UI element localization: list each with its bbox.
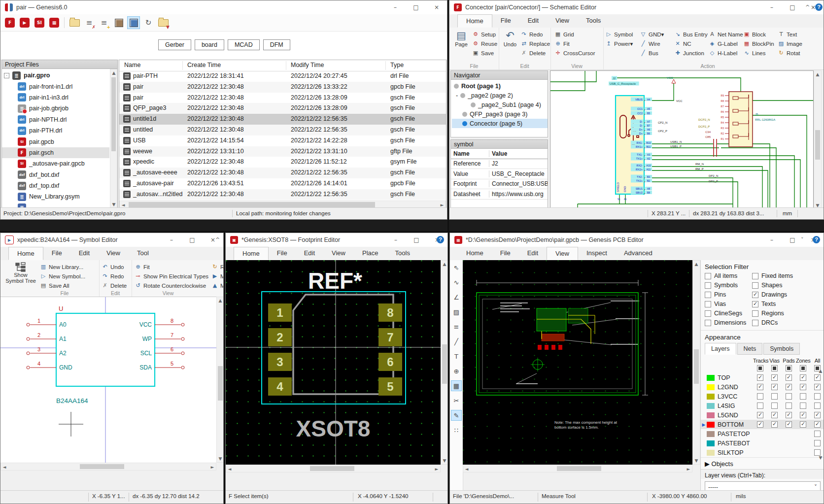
layer-checkbox[interactable] [786, 374, 792, 381]
symbol-canvas[interactable]: U B24AA164 1A02A13A24GND8VCC7WP6SCL5SDA [0, 297, 216, 463]
filter-vias[interactable]: Vias [705, 301, 752, 307]
tab-view[interactable]: View [547, 14, 578, 28]
filter-symbols[interactable]: Symbols [705, 282, 752, 289]
maximize-button[interactable]: □ [182, 233, 203, 247]
tab-edit[interactable]: Edit [519, 247, 547, 260]
minimize-button[interactable]: – [385, 233, 406, 247]
tree-item-pair-gpcb[interactable]: SIpair.gpcb [2, 136, 109, 147]
show-symbol-tree-button[interactable]: Show Symbol Tree [2, 262, 39, 284]
appearance-tab-layers[interactable]: Layers [705, 343, 736, 355]
layer-checkbox[interactable] [771, 393, 778, 400]
layer-row-l3vcc[interactable]: L3VCC [701, 392, 824, 401]
ribbon-collapse-icon[interactable]: ^ [805, 4, 810, 10]
footprint-vscrollbar[interactable]: ▲ ▼ [441, 260, 448, 465]
ribbon-item-fit[interactable]: ⊕Fit [554, 39, 595, 48]
layer-checkbox[interactable] [771, 374, 778, 381]
tree-item-pair-pth-drl[interactable]: drlpair-PTH.drl [2, 125, 109, 136]
layer-color-swatch[interactable] [707, 375, 715, 381]
column-create-time[interactable]: Create Time [187, 62, 221, 68]
filter-dimensions[interactable]: Dimensions [705, 319, 752, 326]
checkbox[interactable] [752, 301, 758, 307]
ribbon-item-show-pin-electrical-types[interactable]: ⊸Show Pin Electrical Types [135, 271, 208, 281]
column-modify-time[interactable]: Modify Time [291, 62, 324, 68]
tree-item-pair-gsch[interactable]: Fpair.gsch [2, 147, 109, 158]
tab-home[interactable]: Home [234, 247, 269, 260]
checkbox[interactable] [752, 310, 758, 317]
filter-drcs[interactable]: DRCs [752, 319, 824, 326]
layer-checkbox[interactable] [800, 403, 806, 409]
minimize-button[interactable]: – [761, 233, 782, 247]
file-row-weewe[interactable]: weewe2022/12/22 13:31:102022/12/22 13:31… [119, 146, 446, 157]
tab-advanced[interactable]: Advanced [616, 247, 661, 260]
checkbox[interactable] [705, 292, 711, 298]
select-tool-icon[interactable]: ⇖ [451, 262, 462, 273]
layer-checkbox[interactable] [786, 421, 792, 428]
ribbon-item-gnd[interactable]: ▽GND▾ [640, 30, 674, 39]
ribbon-item-save-all[interactable]: ▤Save All [40, 281, 85, 290]
layer-row-l2gnd[interactable]: L2GND [701, 382, 824, 392]
tab-tools[interactable]: Tools [387, 247, 418, 260]
symbol-prop-footprint[interactable]: FootprintConnector_USB:USB [451, 179, 548, 190]
tab-file[interactable]: File [492, 14, 519, 28]
layer-checkbox[interactable] [771, 421, 778, 428]
tree-root-pair-gpro[interactable]: -≣pair.gpro [2, 70, 109, 81]
tree-item-new-library-gsym[interactable]: ≣New_Library.gsym [2, 191, 109, 202]
column-name[interactable]: Name [124, 62, 140, 68]
gsch-app-icon[interactable]: F [3, 16, 16, 29]
layer-checkbox[interactable] [757, 403, 763, 409]
tab-file[interactable]: File [43, 247, 70, 260]
tab-view[interactable]: View [547, 247, 578, 260]
tab-edit[interactable]: Edit [519, 14, 547, 28]
gerber-button[interactable]: Gerber [158, 39, 191, 50]
tab-edit[interactable]: Edit [70, 247, 98, 260]
page-button[interactable]: ▤ Page [451, 30, 471, 47]
filter-pins[interactable]: Pins [705, 291, 752, 298]
ref-designator-text[interactable]: REF* [308, 268, 362, 294]
ribbon-item-image[interactable]: ▨Image [778, 39, 812, 48]
file-row-qfp-page3[interactable]: QFP_page32022/12/22 12:30:482022/12/26 1… [119, 103, 446, 114]
tristate-checkbox[interactable] [757, 365, 763, 371]
route-tool-icon[interactable]: ∿ [451, 277, 462, 288]
layer-row-top[interactable]: TOP [701, 373, 824, 382]
cube-blue-icon[interactable] [127, 16, 140, 29]
layer-checkbox[interactable] [757, 393, 763, 400]
ribbon-item-symbol[interactable]: ▷Symbol [605, 30, 640, 39]
layer-checkbox[interactable] [800, 393, 806, 400]
symbol-prop-value[interactable]: ValueUSB_C_Receptacle [451, 169, 548, 179]
file-row-autosave-pair[interactable]: _autosave-pair2022/12/26 13:43:512022/12… [119, 178, 446, 189]
column-type[interactable]: Type [390, 62, 404, 68]
ribbon-collapse-icon[interactable]: ^ [215, 236, 220, 243]
checkbox[interactable] [705, 320, 711, 326]
layer-row-bottom[interactable]: ▶BOTTOM [701, 420, 824, 429]
footprint-hscrollbar[interactable]: ◄ ► [226, 465, 441, 472]
checkbox[interactable] [705, 273, 711, 279]
ribbon-item-net-name[interactable]: ANet Name [709, 30, 743, 39]
layer-row-silktop[interactable]: SILKTOP [701, 448, 824, 457]
navigator-item-page2-page-2[interactable]: -_page2 (page 2) [452, 91, 548, 100]
ribbon-item-new-library[interactable]: ▥New Library... [40, 262, 85, 271]
ribbon-item-text[interactable]: TText [778, 30, 812, 39]
layer-color-swatch[interactable] [707, 412, 715, 418]
tristate-checkbox[interactable] [786, 365, 792, 371]
tree-item-pair-in1-in3-drl[interactable]: drlpair-in1-in3.drl [2, 92, 109, 103]
close-button[interactable]: × [426, 0, 447, 14]
tree-expander[interactable]: - [4, 73, 9, 78]
ribbon-item-grid[interactable]: ▦Grid [554, 30, 595, 39]
layer-row-l4sig[interactable]: L4SIG [701, 401, 824, 410]
file-row-xpeedic[interactable]: xpeedic2022/12/22 12:30:482022/12/26 11:… [119, 157, 446, 168]
layer-checkbox[interactable] [757, 421, 763, 428]
ribbon-item-replace[interactable]: ⇄Replace [520, 39, 550, 48]
new-item-icon[interactable]: ≡+ [98, 16, 110, 29]
layer-color-swatch[interactable] [707, 450, 715, 456]
navigator-item-qfp-page3-page-3[interactable]: QFP_page3 (page 3) [452, 109, 548, 119]
maximize-button[interactable]: □ [406, 0, 426, 14]
ribbon-item-delete[interactable]: ✗Delete [102, 281, 127, 290]
schematic-canvas[interactable]: SHIELD GND R9R8R7R6R5R4 [550, 70, 814, 209]
tree-item-pair-job-gbrjob[interactable]: ≣pair-job.gbrjob [2, 103, 109, 114]
draw-tool-icon[interactable]: ✎ [451, 410, 462, 421]
layer-checkbox[interactable] [800, 384, 806, 390]
tab-tool[interactable]: Tool [129, 247, 157, 260]
maximize-button[interactable]: □ [782, 0, 803, 14]
ribbon-item-nc[interactable]: ✕NC [674, 39, 709, 48]
layer-checkbox[interactable] [786, 384, 792, 390]
